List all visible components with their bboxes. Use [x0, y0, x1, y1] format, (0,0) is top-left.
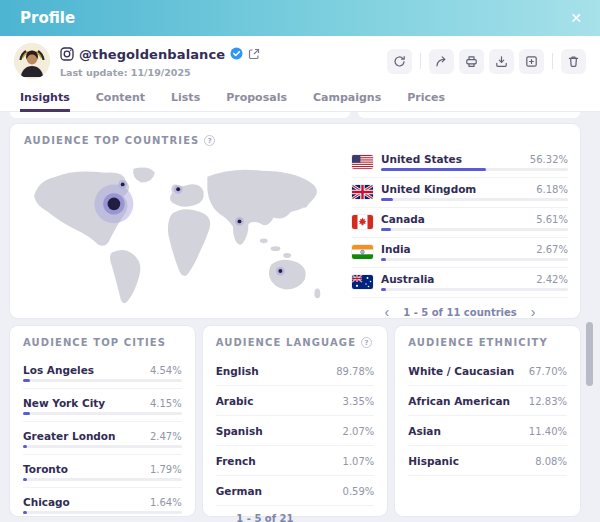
flag-australia-icon — [352, 275, 373, 289]
city-name: New York City — [23, 397, 105, 409]
section-title-cities: AUDIENCE TOP CITIES — [23, 337, 182, 348]
tab-campaigns[interactable]: Campaigns — [313, 86, 381, 112]
country-bar-fill — [381, 258, 386, 261]
languages-pagination: ‹ 1 - 5 of 21 languages › — [216, 506, 375, 522]
avatar — [14, 43, 50, 79]
help-icon[interactable]: ? — [204, 135, 215, 146]
flag-united-states-icon — [352, 155, 373, 169]
external-link-icon[interactable] — [248, 48, 260, 60]
language-row: Spanish2.07% — [216, 416, 375, 446]
country-bar-fill — [381, 168, 486, 171]
language-row: English89.78% — [216, 356, 375, 386]
tab-insights[interactable]: Insights — [20, 86, 70, 112]
city-row: Greater London2.47% — [23, 422, 182, 455]
country-name: India — [381, 243, 411, 255]
profile-bar: @thegoldenbalance Last update: 11/19/202… — [0, 36, 600, 86]
language-row: French1.07% — [216, 446, 375, 476]
vertical-scrollbar-thumb[interactable] — [586, 322, 593, 386]
ethnicity-name: Hispanic — [408, 455, 459, 467]
profile-modal: Profile ✕ — [0, 0, 600, 522]
city-row: Toronto1.79% — [23, 455, 182, 488]
city-bar-fill — [23, 445, 27, 448]
city-percent: 1.79% — [150, 464, 182, 475]
country-row: India 2.67% — [352, 238, 568, 268]
country-row: Australia 2.42% — [352, 268, 568, 298]
profile-handle[interactable]: @thegoldenbalance — [79, 47, 225, 62]
ethnicity-percent: 8.08% — [535, 456, 567, 467]
flag-canada-icon — [352, 215, 373, 229]
pagination-text: 1 - 5 of 21 languages — [236, 513, 353, 522]
audience-ethnicity-panel: AUDIENCE ETHNICITY White / Caucasian67.7… — [395, 326, 580, 516]
ethnicity-name: African American — [408, 395, 510, 407]
last-update: Last update: 11/19/2025 — [60, 67, 260, 78]
city-bar-fill — [23, 478, 27, 481]
tab-prices[interactable]: Prices — [407, 86, 445, 112]
city-bar-track — [23, 511, 182, 514]
share-button[interactable] — [429, 49, 454, 74]
delete-button[interactable] — [561, 49, 586, 74]
country-bar-track — [381, 168, 568, 171]
language-percent: 89.78% — [336, 366, 374, 377]
scrolled-panels-peek — [10, 112, 580, 118]
ethnicity-name: Asian — [408, 425, 441, 437]
add-to-list-button[interactable] — [519, 49, 544, 74]
countries-pagination: ‹ 1 - 5 of 11 countries › — [352, 298, 568, 323]
language-percent: 1.07% — [343, 456, 375, 467]
prev-page-icon[interactable]: ‹ — [216, 517, 225, 522]
download-button[interactable] — [489, 49, 514, 74]
section-title-language: AUDIENCE LANGUAGE ? — [216, 337, 375, 348]
modal-header: Profile ✕ — [0, 0, 600, 36]
country-list: United States 56.32% — [352, 148, 568, 323]
country-bar-track — [381, 258, 568, 261]
insights-content: AUDIENCE TOP COUNTRIES ? — [0, 112, 600, 522]
print-button[interactable] — [459, 49, 484, 74]
instagram-icon — [60, 47, 74, 61]
toolbar-divider — [420, 53, 421, 69]
ethnicity-row: Asian11.40% — [408, 416, 567, 446]
country-name: United Kingdom — [381, 183, 476, 195]
language-percent: 0.59% — [343, 486, 375, 497]
section-title-text: AUDIENCE ETHNICITY — [408, 337, 547, 348]
country-bar-track — [381, 288, 568, 291]
city-name: Los Angeles — [23, 364, 94, 376]
city-bar-track — [23, 445, 182, 448]
city-percent: 2.47% — [150, 431, 182, 442]
city-bar-track — [23, 412, 182, 415]
language-percent: 2.07% — [343, 426, 375, 437]
refresh-button[interactable] — [387, 49, 412, 74]
tab-proposals[interactable]: Proposals — [226, 86, 287, 112]
country-bar-fill — [381, 228, 391, 231]
city-bar-track — [23, 478, 182, 481]
city-percent: 4.15% — [150, 398, 182, 409]
city-row: New York City4.15% — [23, 389, 182, 422]
tab-content[interactable]: Content — [96, 86, 145, 112]
country-bar-track — [381, 198, 568, 201]
language-name: German — [216, 485, 262, 497]
country-name: Canada — [381, 213, 425, 225]
tab-lists[interactable]: Lists — [171, 86, 200, 112]
city-bar-track — [23, 379, 182, 382]
next-page-icon[interactable]: › — [366, 517, 375, 522]
city-percent: 4.54% — [150, 365, 182, 376]
city-name: Greater London — [23, 430, 116, 442]
section-title-text: AUDIENCE TOP COUNTRIES — [24, 135, 199, 146]
help-icon[interactable]: ? — [361, 337, 372, 348]
close-icon[interactable]: ✕ — [570, 11, 582, 25]
language-name: English — [216, 365, 259, 377]
city-name: Chicago — [23, 496, 70, 508]
ethnicity-percent: 67.70% — [529, 366, 567, 377]
language-name: French — [216, 455, 256, 467]
city-row: Los Angeles4.54% — [23, 356, 182, 389]
flag-united-kingdom-icon — [352, 185, 373, 199]
language-percent: 3.35% — [343, 396, 375, 407]
modal-title: Profile — [20, 9, 75, 27]
world-map — [24, 148, 352, 323]
next-page-icon[interactable]: › — [529, 305, 538, 319]
toolbar-divider — [552, 53, 553, 69]
country-percent: 6.18% — [536, 184, 568, 195]
prev-page-icon[interactable]: ‹ — [383, 305, 392, 319]
audience-top-cities-panel: AUDIENCE TOP CITIES Los Angeles4.54% New… — [10, 326, 195, 516]
city-bar-fill — [23, 412, 30, 415]
country-percent: 2.42% — [536, 274, 568, 285]
section-title-countries: AUDIENCE TOP COUNTRIES ? — [24, 135, 568, 146]
